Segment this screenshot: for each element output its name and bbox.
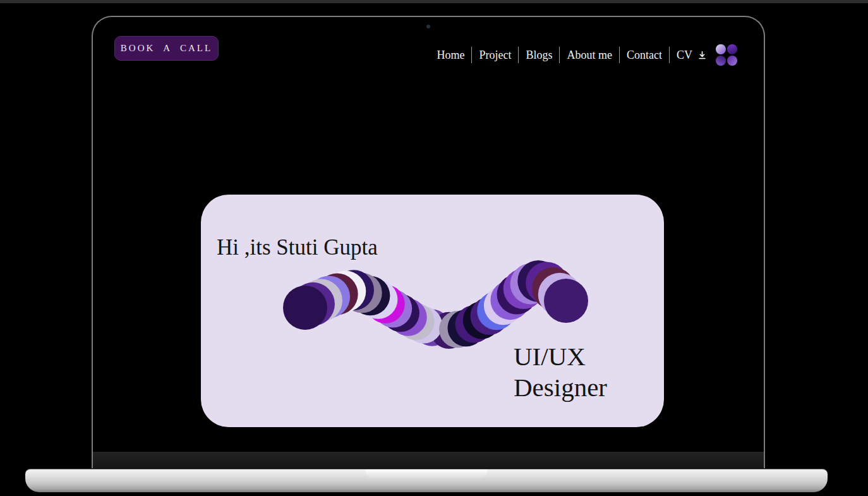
laptop-screen: BOOK A CALL HomeProjectBlogsAbout meCont… [92,16,765,468]
four-dots-logo[interactable] [716,44,737,66]
nav-item-cv[interactable]: CV [670,49,709,62]
logo-dot-3 [727,56,737,66]
role-line-1: UI/UX [514,341,607,372]
webcam-dot [426,25,430,28]
desktop-background: BOOK A CALL HomeProjectBlogsAbout meCont… [0,0,868,496]
nav-item-project[interactable]: Project [472,49,518,62]
role-text: UI/UX Designer [514,341,607,403]
window-top-bar [0,0,868,3]
logo-dot-0 [716,44,726,54]
nav-item-blogs[interactable]: Blogs [519,49,559,62]
download-icon[interactable] [697,51,707,60]
screen-bottom-bezel [93,452,764,468]
logo-dot-1 [727,44,737,54]
nav-item-contact[interactable]: Contact [620,49,669,62]
nav-item-home[interactable]: Home [430,49,471,62]
role-line-2: Designer [514,372,607,403]
cv-label: CV [677,49,692,62]
worm-circle [283,286,327,330]
nav-item-about-me[interactable]: About me [560,49,619,62]
laptop-base [25,469,828,492]
worm-circle [544,279,588,323]
main-navigation: HomeProjectBlogsAbout meContact CV [430,45,737,65]
hero-card: Hi ,its Stuti Gupta UI/UX Designer [201,195,664,427]
laptop-lid-notch [366,469,487,478]
logo-dot-2 [716,56,726,66]
book-a-call-button[interactable]: BOOK A CALL [114,36,219,61]
